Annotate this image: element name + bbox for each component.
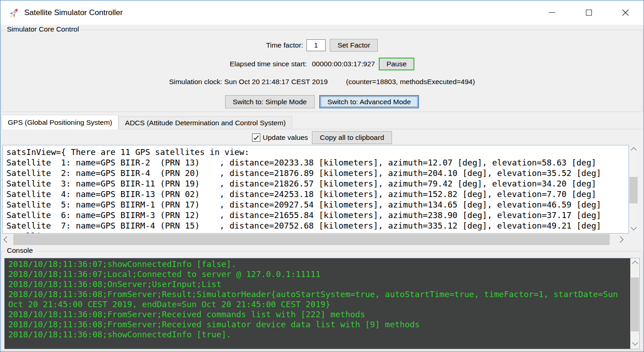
rocket-icon [8,7,20,19]
time-factor-row: Time factor: Set Factor [2,39,642,52]
minimize-button[interactable] [534,0,570,25]
tab-adcs[interactable]: ADCS (Attitude Determination and Control… [118,116,292,129]
core-group-label: Simulator Core Control [5,25,81,33]
checkmark-icon [253,135,259,140]
output-vertical-scrollbar[interactable] [629,145,638,234]
update-values-label: Update values [263,133,308,142]
copy-clipboard-button[interactable]: Copy all to clipboard [312,131,392,144]
simulation-clock-text: Simulation clock: Sun Oct 20 21:48:17 CE… [169,78,328,86]
simulation-counters-text: (counter=18803, methodsExecuted=494) [346,78,475,86]
close-icon [622,9,629,16]
set-factor-button[interactable]: Set Factor [330,39,378,52]
tab-strip: GPS (Global Positioning System) ADCS (At… [1,115,643,129]
vertical-scrollbar-thumb[interactable] [629,177,638,203]
horizontal-scrollbar-thumb[interactable] [13,234,610,245]
simulator-core-control-group: Simulator Core Control Time factor: Set … [1,30,643,112]
switch-advanced-mode-button[interactable]: Switch to: Advanced Mode [319,95,419,108]
window-controls [534,0,644,25]
chevron-left-icon[interactable] [5,234,9,245]
console-vertical-scrollbar[interactable] [630,258,639,349]
chevron-up-icon[interactable] [630,261,639,266]
window-title: Satellite Simulator Controller [24,8,123,17]
maximize-icon [586,10,592,16]
console-group: Console 2018/10/18;11:36:07;showConnecte… [1,251,643,351]
tab-gps[interactable]: GPS (Global Positioning System) [1,115,118,129]
minimize-icon [549,12,555,13]
time-factor-input[interactable] [306,39,326,51]
elapsed-time-label: Elapsed time since start: [230,60,307,68]
chevron-down-icon[interactable] [629,225,638,229]
time-factor-label: Time factor: [266,41,303,49]
maximize-button[interactable] [570,0,607,25]
output-horizontal-scrollbar[interactable] [2,234,629,245]
console-log[interactable]: 2018/10/18;11:36:07;showConnectedInfo [f… [5,258,630,349]
gps-panel-toolbar: Update values Copy all to clipboard [0,131,644,144]
elapsed-time-value: 00000:00:03:17:927 [312,60,375,68]
console-scrollbar-thumb[interactable] [631,277,639,331]
title-bar: Satellite Simulator Controller [0,0,644,25]
gps-output-text[interactable]: satsInView={ There are 11 GPS satellites… [2,145,629,234]
console-group-label: Console [5,246,35,255]
simulation-clock-row: Simulation clock: Sun Oct 20 21:48:17 CE… [2,78,642,86]
mode-switch-row: Switch to: Simple Mode Switch to: Advanc… [2,95,642,108]
chevron-down-icon[interactable] [630,341,639,345]
elapsed-time-row: Elapsed time since start: 00000:00:03:17… [2,58,642,70]
gps-output-scrollpane: satsInView={ There are 11 GPS satellites… [2,145,638,245]
chevron-up-icon[interactable] [629,148,638,152]
pause-button[interactable]: Pause [379,58,414,70]
console-box: 2018/10/18;11:36:07;showConnectedInfo [f… [4,258,640,349]
close-button[interactable] [607,0,644,25]
update-values-checkbox[interactable] [252,133,260,142]
switch-simple-mode-button[interactable]: Switch to: Simple Mode [225,95,315,108]
chevron-right-icon[interactable] [618,234,623,245]
